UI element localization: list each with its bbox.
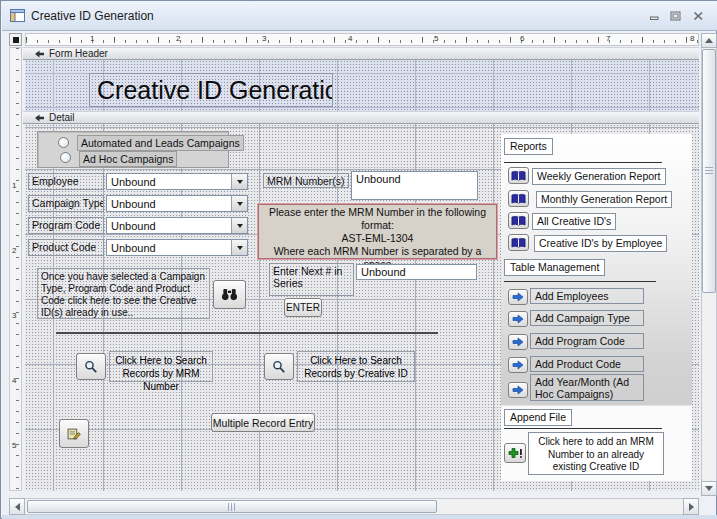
employee-combo-dropdown-button[interactable] xyxy=(231,174,247,189)
table-management-underline xyxy=(504,281,656,282)
campaign-type-combo-value: Unbound xyxy=(107,198,231,210)
search-icon xyxy=(84,360,98,374)
thumb-grip xyxy=(228,503,236,511)
blue-arrow-icon xyxy=(512,360,524,370)
form-design-window: Creative ID Generation 1 2 3 4 5 6 7 8 1… xyxy=(0,0,717,519)
add-product-code-button[interactable]: Add Product Code xyxy=(530,356,644,372)
form-selector-box[interactable] xyxy=(9,33,22,46)
append-mrm-button[interactable]: Click here to add an MRM Number to an al… xyxy=(528,432,664,475)
notice-line: Please enter the MRM Number in the follo… xyxy=(259,206,496,219)
program-code-combo-value: Unbound xyxy=(107,220,231,232)
vruler-number: 4 xyxy=(12,376,16,385)
chevron-down-icon xyxy=(237,224,243,228)
horizontal-scrollbar-thumb[interactable] xyxy=(27,500,437,513)
hruler-number: 2 xyxy=(176,34,180,43)
right-arrow-icon xyxy=(689,503,694,511)
monthly-generation-report-button[interactable]: Monthly Generation Report xyxy=(536,191,672,208)
window-titlebar[interactable]: Creative ID Generation xyxy=(2,1,717,31)
vruler-number: 3 xyxy=(12,311,16,320)
creative-ids-by-employee-icon-button[interactable] xyxy=(508,234,529,251)
add-year-month-icon-button[interactable] xyxy=(508,382,528,398)
add-product-code-icon-button[interactable] xyxy=(508,357,528,373)
append-mrm-icon-button[interactable] xyxy=(504,443,526,463)
campaign-type-combo-dropdown-button[interactable] xyxy=(231,196,247,211)
weekly-generation-report-button[interactable]: Weekly Generation Report xyxy=(532,168,666,185)
append-plus-icon xyxy=(508,447,523,459)
add-campaign-type-icon-button[interactable] xyxy=(508,311,528,327)
next-series-textbox[interactable]: Unbound xyxy=(356,264,477,280)
radio-adhoc-campaigns-label[interactable]: Ad Hoc Campaigns xyxy=(79,151,177,167)
detail-section-label: Detail xyxy=(49,112,75,123)
form-header-section-bar[interactable]: Form Header xyxy=(23,47,699,60)
all-creative-ids-button[interactable]: All Creative ID's xyxy=(532,213,616,230)
scroll-down-button[interactable] xyxy=(701,481,717,496)
vruler-number: 5 xyxy=(12,441,16,450)
table-management-section-title: Table Management xyxy=(504,259,605,276)
mrm-number-textbox[interactable]: Unbound xyxy=(351,171,478,200)
monthly-report-icon-button[interactable] xyxy=(508,190,529,207)
form-selected-square xyxy=(13,37,19,43)
scroll-right-button[interactable] xyxy=(683,498,699,515)
append-file-section-title: Append File xyxy=(504,409,572,426)
mrm-format-notice: Please enter the MRM Number in the follo… xyxy=(258,204,497,259)
horizontal-ruler: 1 2 3 4 5 6 7 8 xyxy=(25,33,699,46)
search-by-creative-id-label[interactable]: Click Here to Search Records by Creative… xyxy=(297,351,415,382)
hruler-number: 6 xyxy=(520,34,524,43)
weekly-report-icon-button[interactable] xyxy=(508,167,529,184)
campaign-type-combo[interactable]: Unbound xyxy=(106,195,248,212)
product-code-combo-dropdown-button[interactable] xyxy=(231,240,247,255)
product-code-combo[interactable]: Unbound xyxy=(106,239,248,256)
add-employees-icon-button[interactable] xyxy=(508,289,528,305)
form-window-icon xyxy=(10,9,25,22)
search-by-mrm-button[interactable] xyxy=(76,353,106,380)
add-program-code-button[interactable]: Add Program Code xyxy=(530,333,644,349)
reports-section-title: Reports xyxy=(504,138,553,155)
hruler-number: 3 xyxy=(262,34,266,43)
lookup-creative-ids-button[interactable] xyxy=(213,280,246,309)
radio-adhoc-campaigns[interactable] xyxy=(60,152,71,163)
program-code-combo-dropdown-button[interactable] xyxy=(231,218,247,233)
product-code-label: Product Code xyxy=(28,239,104,256)
section-arrow-icon xyxy=(35,50,44,58)
scroll-left-button[interactable] xyxy=(9,498,25,515)
add-campaign-type-button[interactable]: Add Campaign Type xyxy=(530,310,644,326)
form-title-label[interactable]: Creative ID Generation xyxy=(89,73,333,107)
restore-button[interactable] xyxy=(665,9,687,23)
close-button[interactable] xyxy=(687,9,709,23)
hruler-number: 7 xyxy=(606,34,610,43)
add-program-code-icon-button[interactable] xyxy=(508,334,528,350)
window-title: Creative ID Generation xyxy=(31,9,154,23)
report-book-icon xyxy=(511,170,526,182)
vruler-number: 1 xyxy=(12,181,16,190)
campaign-type-label: Campaign Type xyxy=(28,195,104,212)
binoculars-icon xyxy=(221,288,238,301)
search-by-mrm-label[interactable]: Click Here to Search Records by MRM Numb… xyxy=(109,351,213,382)
down-arrow-icon xyxy=(705,486,713,491)
chevron-down-icon xyxy=(237,202,243,206)
add-employees-button[interactable]: Add Employees xyxy=(530,288,644,304)
edit-record-button[interactable] xyxy=(59,419,89,448)
minimize-button[interactable] xyxy=(643,9,665,23)
enter-button[interactable]: ENTER xyxy=(284,298,322,317)
detail-section-bar[interactable]: Detail xyxy=(23,111,699,124)
edit-record-icon xyxy=(67,427,81,441)
scroll-up-button[interactable] xyxy=(701,33,717,48)
enter-next-series-label: Enter Next # in Series xyxy=(269,263,354,296)
lookup-hint-label: Once you have selected a Campaign Type, … xyxy=(37,268,210,319)
search-by-creative-id-button[interactable] xyxy=(264,353,294,380)
hruler-number: 8 xyxy=(690,34,694,43)
program-code-combo[interactable]: Unbound xyxy=(106,217,248,234)
blue-arrow-icon xyxy=(512,385,524,395)
left-arrow-icon xyxy=(15,503,20,511)
radio-automated-campaigns[interactable] xyxy=(58,137,69,148)
employee-combo[interactable]: Unbound xyxy=(106,173,248,190)
radio-automated-campaigns-label[interactable]: Automated and Leads Campaigns xyxy=(77,135,244,151)
multiple-record-entry-button[interactable]: Multiple Record Entry xyxy=(211,413,315,432)
add-year-month-button[interactable]: Add Year/Month (Ad Hoc Campaigns) xyxy=(530,374,644,401)
vertical-scrollbar-thumb[interactable] xyxy=(702,49,716,293)
reports-underline xyxy=(504,162,662,163)
up-arrow-icon xyxy=(705,38,713,43)
all-creative-ids-icon-button[interactable] xyxy=(508,212,529,229)
creative-ids-by-employee-button[interactable]: Creative ID's by Employee xyxy=(534,235,667,252)
vertical-ruler: 1 2 3 4 5 xyxy=(9,47,22,491)
